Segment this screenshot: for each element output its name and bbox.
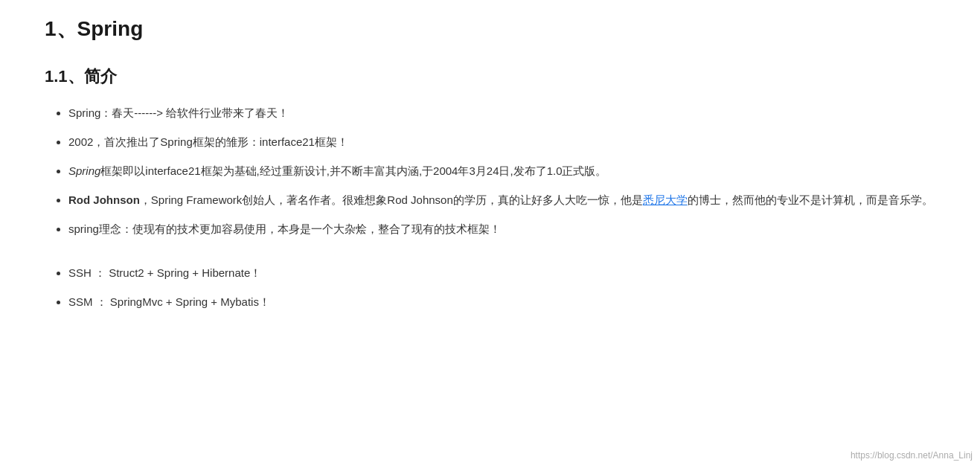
section-title: 1.1、简介	[45, 65, 935, 88]
separator	[45, 248, 935, 263]
list-item-ssm: SSM ： SpringMvc + Spring + Mybatis！	[68, 292, 935, 312]
item3-rest: 框架即以interface21框架为基础,经过重新设计,并不断丰富其内涵,于20…	[100, 164, 606, 177]
ssm-text: SSM ： SpringMvc + Spring + Mybatis！	[68, 295, 270, 308]
item5-text: spring理念：使现有的技术更加容易使用，本身是一个大杂烩，整合了现有的技术框…	[68, 222, 501, 235]
ssh-text: SSH ： Struct2 + Spring + Hibernate！	[68, 266, 261, 279]
watermark: https://blog.csdn.net/Anna_Linj	[851, 450, 973, 461]
list-item: Spring框架即以interface21框架为基础,经过重新设计,并不断丰富其…	[68, 161, 935, 181]
item1-text: Spring：春天------> 给软件行业带来了春天！	[68, 106, 289, 119]
list-item: 2002，首次推出了Spring框架的雏形：interface21框架！	[68, 132, 935, 152]
main-title: 1、Spring	[45, 15, 935, 48]
italic-spring: Spring	[68, 164, 100, 177]
item2-text: 2002，首次推出了Spring框架的雏形：interface21框架！	[68, 135, 348, 148]
item4-after-link: 的博士，然而他的专业不是计算机，而是音乐学。	[688, 193, 933, 206]
list-item: spring理念：使现有的技术更加容易使用，本身是一个大杂烩，整合了现有的技术框…	[68, 219, 935, 239]
intro-list: Spring：春天------> 给软件行业带来了春天！ 2002，首次推出了S…	[45, 103, 935, 239]
list-item-ssh: SSH ： Struct2 + Spring + Hibernate！	[68, 263, 935, 283]
list-item: Spring：春天------> 给软件行业带来了春天！	[68, 103, 935, 123]
framework-list: SSH ： Struct2 + Spring + Hibernate！ SSM …	[45, 263, 935, 312]
item4-before-link: ，Spring Framework创始人，著名作者。很难想象Rod Johnso…	[140, 193, 643, 206]
list-item-rod-johnson: Rod Johnson，Spring Framework创始人，著名作者。很难想…	[68, 190, 935, 210]
sydney-university-link[interactable]: 悉尼大学	[643, 193, 688, 206]
rod-johnson-name: Rod Johnson	[68, 193, 140, 206]
